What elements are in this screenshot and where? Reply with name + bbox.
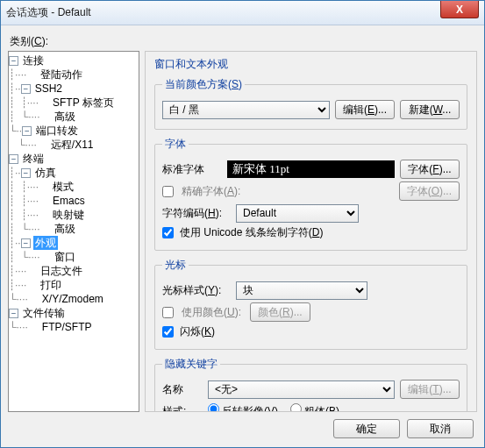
cursor-color-button: 颜色(R)... <box>250 302 310 322</box>
cancel-button[interactable]: 取消 <box>407 419 474 438</box>
collapse-icon[interactable]: − <box>21 84 31 94</box>
tree-item-remote-x11[interactable]: └····远程/X11 <box>9 138 139 152</box>
unicode-lines-checkbox[interactable] <box>162 227 174 238</box>
tree-item-advanced[interactable]: ┊ └····高级 <box>9 110 139 124</box>
dialog-body: 类别(C): −连接 ┊····登陆动作 ┊··−SSH2 ┊ ┊····SFT… <box>1 25 484 447</box>
exact-font-checkbox[interactable] <box>162 186 174 197</box>
tree-item-logfile[interactable]: ┊····日志文件 <box>9 264 139 278</box>
use-color-label: 使用颜色(U): <box>182 305 245 320</box>
tree-item-sftp-tab[interactable]: ┊ ┊····SFTP 标签页 <box>9 96 139 110</box>
tree-item-filetransfer[interactable]: −文件传输 <box>9 306 139 320</box>
scheme-new-button[interactable]: 新建(W... <box>400 100 460 119</box>
legend-scheme: 当前颜色方案(S) <box>162 77 245 92</box>
exact-font-label: 精确字体(A): <box>182 184 394 199</box>
dialog-buttons: 确定 取消 <box>8 412 477 440</box>
titlebar[interactable]: 会话选项 - Default X <box>1 1 484 25</box>
std-font-button[interactable]: 字体(F)... <box>400 160 460 179</box>
group-fonts: 字体 标准字体 新宋体 11pt 字体(F)... 精确字体(A): 字体(O)… <box>154 137 467 251</box>
group-cursor: 光标 光标样式(Y): 块 使用颜色(U): 颜色(R)... 闪烁(K) <box>154 258 467 350</box>
ok-button[interactable]: 确定 <box>333 419 400 438</box>
legend-fonts: 字体 <box>162 137 189 152</box>
dialog-window: 会话选项 - Default X 类别(C): −连接 ┊····登陆动作 ┊·… <box>0 0 485 448</box>
bold-radio[interactable] <box>290 403 302 412</box>
collapse-icon[interactable]: − <box>21 238 31 248</box>
tree-item-emacs[interactable]: ┊ ┊····Emacs <box>9 194 139 208</box>
tree-item-login[interactable]: ┊····登陆动作 <box>9 68 139 82</box>
reverse-radio[interactable] <box>208 403 219 412</box>
hidden-style-label: 样式: <box>162 404 203 413</box>
category-tree[interactable]: −连接 ┊····登陆动作 ┊··−SSH2 ┊ ┊····SFTP 标签页 ┊… <box>8 51 139 412</box>
encoding-select[interactable]: Default <box>236 204 359 223</box>
tree-item-xyzmodem[interactable]: └····X/Y/Zmodem <box>9 292 139 306</box>
tree-item-appearance[interactable]: ┊··−外观 <box>9 236 139 250</box>
std-font-display: 新宋体 11pt <box>227 160 395 178</box>
unicode-lines-label: 使用 Unicode 线条绘制字符(D) <box>180 225 323 240</box>
blink-checkbox[interactable] <box>162 326 174 338</box>
tree-item-ftp-sftp[interactable]: └····FTP/SFTP <box>9 320 139 334</box>
blink-label: 闪烁(K) <box>180 324 215 339</box>
bold-radio-label[interactable]: 粗体(B) <box>290 403 339 412</box>
tree-item-connection[interactable]: −连接 <box>9 53 139 68</box>
cursor-style-label: 光标样式(Y): <box>162 283 231 298</box>
tree-item-advanced2[interactable]: ┊ └····高级 <box>9 222 139 236</box>
legend-cursor: 光标 <box>162 258 189 273</box>
std-font-label: 标准字体 <box>162 162 222 177</box>
tree-item-print[interactable]: ┊····打印 <box>9 278 139 292</box>
tree-item-mode[interactable]: ┊ ┊····模式 <box>9 180 139 194</box>
exact-font-button: 字体(O)... <box>399 181 460 201</box>
collapse-icon[interactable]: − <box>9 154 18 164</box>
encoding-label: 字符编码(H): <box>162 206 231 221</box>
tree-item-terminal[interactable]: −终端 <box>9 152 139 166</box>
collapse-icon[interactable]: − <box>22 126 32 136</box>
use-color-checkbox[interactable] <box>162 307 174 318</box>
hidden-name-select[interactable]: <无> <box>208 380 395 399</box>
cursor-style-select[interactable]: 块 <box>236 281 367 300</box>
hidden-edit-button: 编辑(T)... <box>400 380 460 399</box>
scheme-select[interactable]: 白 / 黑 <box>162 101 330 119</box>
scheme-edit-button[interactable]: 编辑(E)... <box>335 100 395 119</box>
window-title: 会话选项 - Default <box>6 5 91 20</box>
group-hidden-keywords: 隐藏关键字 名称 <无> 编辑(T)... 样式: 反转影像(V) 粗体(B) <box>154 357 467 412</box>
collapse-icon[interactable]: − <box>9 309 18 318</box>
tree-item-port-forward[interactable]: └··−端口转发 <box>9 124 139 138</box>
tree-item-window[interactable]: ┊ └····窗口 <box>9 250 139 264</box>
settings-pane: 窗口和文本外观 当前颜色方案(S) 白 / 黑 编辑(E)... 新建(W...… <box>145 51 477 412</box>
collapse-icon[interactable]: − <box>9 56 18 66</box>
close-icon: X <box>456 4 463 16</box>
reverse-radio-label[interactable]: 反转影像(V) <box>208 403 278 412</box>
tree-item-ssh2[interactable]: ┊··−SSH2 <box>9 82 139 96</box>
tree-item-mapkeys[interactable]: ┊ ┊····映射键 <box>9 208 139 222</box>
pane-title: 窗口和文本外观 <box>154 57 467 72</box>
close-button[interactable]: X <box>440 1 479 18</box>
category-label: 类别(C): <box>10 34 477 49</box>
hidden-name-label: 名称 <box>162 382 203 397</box>
collapse-icon[interactable]: − <box>21 168 31 178</box>
group-color-scheme: 当前颜色方案(S) 白 / 黑 编辑(E)... 新建(W... <box>154 77 467 130</box>
tree-item-emulation[interactable]: ┊··−仿真 <box>9 166 139 180</box>
legend-hidden: 隐藏关键字 <box>162 357 220 372</box>
